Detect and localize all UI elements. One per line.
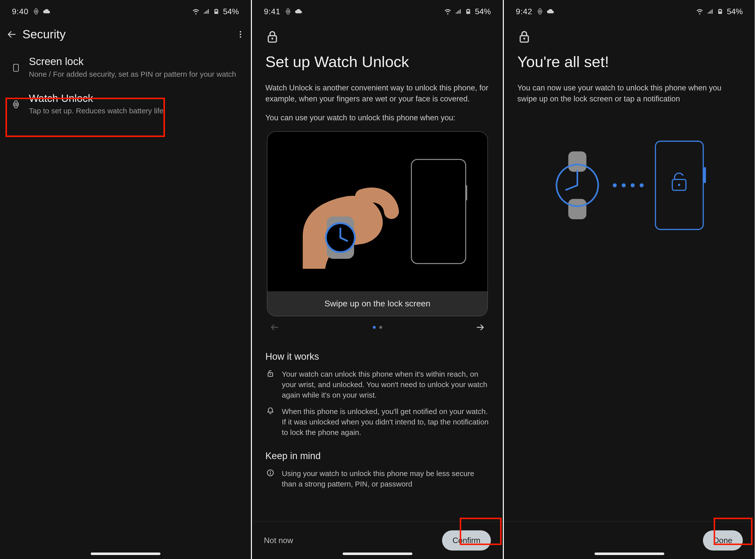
- back-button[interactable]: [6, 29, 17, 40]
- screen-security-settings: 9:40 54% Security Screen lock None / For…: [0, 0, 252, 559]
- how-bullet-2-text: When this phone is unlocked, you'll get …: [282, 406, 489, 438]
- watch-illustration: [552, 151, 602, 220]
- how-bullet-1: Your watch can unlock this phone when it…: [265, 369, 489, 400]
- cloud-icon: [43, 8, 50, 15]
- battery-icon: [213, 8, 220, 15]
- illustration-card: Swipe up on the lock screen: [267, 131, 488, 316]
- connection-dots: [613, 183, 644, 187]
- how-bullet-2: When this phone is unlocked, you'll get …: [265, 406, 489, 438]
- svg-rect-11: [412, 159, 466, 264]
- svg-point-19: [678, 184, 680, 186]
- watch-status-icon: [537, 8, 543, 15]
- battery-icon: [717, 8, 724, 15]
- intro-paragraph-2: You can use your watch to unlock this ph…: [265, 112, 489, 123]
- svg-rect-13: [568, 152, 586, 172]
- phone-outline-illustration: [410, 158, 467, 265]
- battery-percent: 54%: [727, 7, 743, 16]
- done-illustration: [517, 139, 741, 231]
- pager-prev-button[interactable]: [269, 322, 279, 332]
- page-title: You're all set!: [517, 53, 741, 70]
- intro-paragraph-1: Watch Unlock is another convenient way t…: [265, 83, 489, 104]
- phone-outline-icon: [12, 64, 20, 72]
- signal-icon: [707, 8, 713, 15]
- setting-row-watch-unlock[interactable]: Watch Unlock Tap to set up. Reduces watc…: [0, 86, 251, 122]
- watch-status-icon: [33, 8, 39, 15]
- overflow-menu-button[interactable]: [236, 30, 245, 39]
- not-now-button[interactable]: Not now: [264, 536, 293, 545]
- pager-next-button[interactable]: [475, 322, 485, 332]
- section-heading-how-it-works: How it works: [265, 351, 489, 362]
- wifi-icon: [192, 8, 200, 15]
- status-time: 9:41: [264, 7, 280, 16]
- confirm-button[interactable]: Confirm: [442, 530, 491, 551]
- battery-percent: 54%: [475, 7, 491, 16]
- wifi-icon: [696, 8, 704, 15]
- svg-rect-12: [466, 185, 467, 200]
- unlock-icon: [266, 370, 274, 377]
- lock-icon: [517, 30, 531, 44]
- setting-subtitle: None / For added security, set as PIN or…: [29, 69, 241, 79]
- watch-icon: [12, 100, 20, 109]
- body-text: You can now use your watch to unlock thi…: [517, 83, 741, 104]
- how-bullet-1-text: Your watch can unlock this phone when it…: [282, 369, 489, 400]
- svg-rect-14: [568, 199, 586, 220]
- setting-subtitle: Tap to set up. Reduces watch battery lif…: [29, 106, 241, 116]
- hand-with-watch-illustration: [288, 154, 402, 269]
- lock-icon: [265, 30, 279, 44]
- status-time: 9:42: [516, 7, 532, 16]
- cloud-icon: [295, 8, 302, 15]
- pager-row: [267, 316, 488, 338]
- gesture-nav-bar[interactable]: [342, 553, 413, 555]
- screen-all-set: 9:42 54% You're all set! You can now use…: [504, 0, 756, 559]
- status-bar: 9:42 54%: [504, 0, 755, 20]
- signal-icon: [203, 8, 209, 15]
- pager-dots: [373, 326, 382, 329]
- pager-dot-2[interactable]: [379, 326, 382, 329]
- info-icon: [266, 469, 274, 477]
- wifi-icon: [444, 8, 451, 15]
- setting-title: Screen lock: [29, 55, 241, 68]
- keep-bullet-1: Using your watch to unlock this phone ma…: [265, 468, 489, 489]
- watch-status-icon: [285, 8, 291, 15]
- page-title: Security: [22, 27, 66, 41]
- illustration-caption: Swipe up on the lock screen: [267, 291, 487, 316]
- status-bar: 9:40 54%: [0, 0, 251, 20]
- battery-percent: 54%: [223, 7, 239, 16]
- signal-icon: [455, 8, 462, 15]
- page-header: Security: [0, 20, 251, 49]
- battery-icon: [465, 8, 471, 15]
- keep-bullet-1-text: Using your watch to unlock this phone ma…: [282, 468, 489, 489]
- screen-setup-watch-unlock: 9:41 54% Set up Watch Unlock Watch Unloc…: [252, 0, 504, 559]
- pager-dot-1[interactable]: [373, 326, 376, 329]
- section-heading-keep-in-mind: Keep in mind: [265, 451, 489, 461]
- bell-icon: [266, 407, 274, 415]
- cloud-icon: [547, 8, 554, 15]
- setting-row-screen-lock[interactable]: Screen lock None / For added security, s…: [0, 49, 251, 86]
- status-time: 9:40: [12, 7, 28, 16]
- svg-rect-17: [704, 167, 706, 183]
- gesture-nav-bar[interactable]: [595, 553, 664, 555]
- setting-title: Watch Unlock: [29, 92, 241, 105]
- page-title: Set up Watch Unlock: [265, 53, 489, 70]
- status-bar: 9:41 54%: [252, 0, 503, 20]
- gesture-nav-bar[interactable]: [91, 553, 160, 555]
- phone-illustration: [654, 139, 706, 231]
- done-button[interactable]: Done: [703, 530, 743, 551]
